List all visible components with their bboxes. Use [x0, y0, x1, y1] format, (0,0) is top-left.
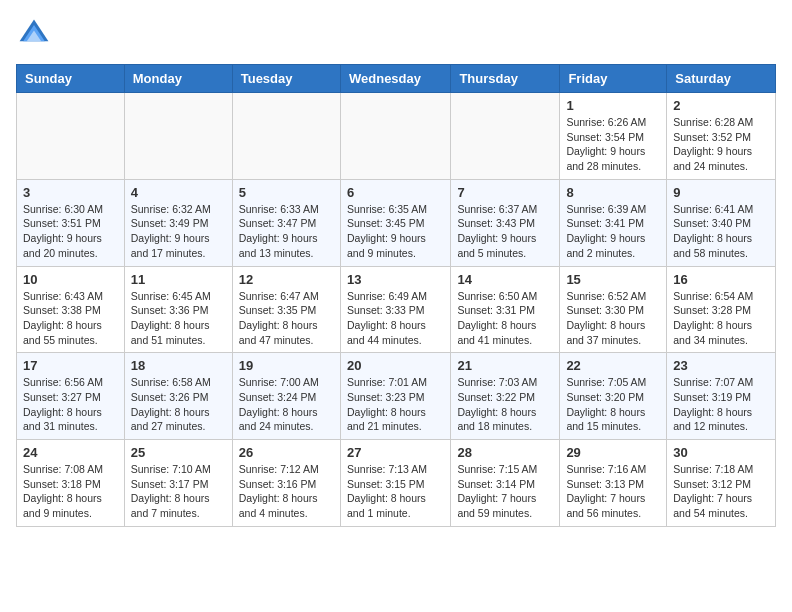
day-cell: 19Sunrise: 7:00 AM Sunset: 3:24 PM Dayli… [232, 353, 340, 440]
day-cell: 16Sunrise: 6:54 AM Sunset: 3:28 PM Dayli… [667, 266, 776, 353]
day-number: 29 [566, 445, 660, 460]
day-info: Sunrise: 6:37 AM Sunset: 3:43 PM Dayligh… [457, 202, 553, 261]
day-info: Sunrise: 7:05 AM Sunset: 3:20 PM Dayligh… [566, 375, 660, 434]
day-info: Sunrise: 6:49 AM Sunset: 3:33 PM Dayligh… [347, 289, 444, 348]
day-number: 11 [131, 272, 226, 287]
day-info: Sunrise: 6:47 AM Sunset: 3:35 PM Dayligh… [239, 289, 334, 348]
day-info: Sunrise: 6:35 AM Sunset: 3:45 PM Dayligh… [347, 202, 444, 261]
day-cell: 14Sunrise: 6:50 AM Sunset: 3:31 PM Dayli… [451, 266, 560, 353]
day-number: 1 [566, 98, 660, 113]
week-row-3: 10Sunrise: 6:43 AM Sunset: 3:38 PM Dayli… [17, 266, 776, 353]
day-cell: 21Sunrise: 7:03 AM Sunset: 3:22 PM Dayli… [451, 353, 560, 440]
day-cell: 13Sunrise: 6:49 AM Sunset: 3:33 PM Dayli… [340, 266, 450, 353]
day-cell: 29Sunrise: 7:16 AM Sunset: 3:13 PM Dayli… [560, 440, 667, 527]
column-header-saturday: Saturday [667, 65, 776, 93]
day-cell: 1Sunrise: 6:26 AM Sunset: 3:54 PM Daylig… [560, 93, 667, 180]
day-cell: 5Sunrise: 6:33 AM Sunset: 3:47 PM Daylig… [232, 179, 340, 266]
day-cell: 10Sunrise: 6:43 AM Sunset: 3:38 PM Dayli… [17, 266, 125, 353]
day-number: 26 [239, 445, 334, 460]
column-header-tuesday: Tuesday [232, 65, 340, 93]
day-cell: 18Sunrise: 6:58 AM Sunset: 3:26 PM Dayli… [124, 353, 232, 440]
day-info: Sunrise: 6:50 AM Sunset: 3:31 PM Dayligh… [457, 289, 553, 348]
day-cell: 25Sunrise: 7:10 AM Sunset: 3:17 PM Dayli… [124, 440, 232, 527]
day-cell: 2Sunrise: 6:28 AM Sunset: 3:52 PM Daylig… [667, 93, 776, 180]
day-info: Sunrise: 7:12 AM Sunset: 3:16 PM Dayligh… [239, 462, 334, 521]
day-cell: 3Sunrise: 6:30 AM Sunset: 3:51 PM Daylig… [17, 179, 125, 266]
day-number: 18 [131, 358, 226, 373]
day-cell: 15Sunrise: 6:52 AM Sunset: 3:30 PM Dayli… [560, 266, 667, 353]
day-number: 5 [239, 185, 334, 200]
day-info: Sunrise: 7:13 AM Sunset: 3:15 PM Dayligh… [347, 462, 444, 521]
day-cell: 9Sunrise: 6:41 AM Sunset: 3:40 PM Daylig… [667, 179, 776, 266]
day-info: Sunrise: 6:43 AM Sunset: 3:38 PM Dayligh… [23, 289, 118, 348]
day-info: Sunrise: 6:45 AM Sunset: 3:36 PM Dayligh… [131, 289, 226, 348]
column-header-monday: Monday [124, 65, 232, 93]
day-number: 3 [23, 185, 118, 200]
day-number: 16 [673, 272, 769, 287]
day-number: 13 [347, 272, 444, 287]
day-info: Sunrise: 7:00 AM Sunset: 3:24 PM Dayligh… [239, 375, 334, 434]
day-info: Sunrise: 6:58 AM Sunset: 3:26 PM Dayligh… [131, 375, 226, 434]
day-number: 17 [23, 358, 118, 373]
day-cell: 11Sunrise: 6:45 AM Sunset: 3:36 PM Dayli… [124, 266, 232, 353]
day-info: Sunrise: 6:52 AM Sunset: 3:30 PM Dayligh… [566, 289, 660, 348]
day-number: 14 [457, 272, 553, 287]
day-number: 10 [23, 272, 118, 287]
day-info: Sunrise: 6:26 AM Sunset: 3:54 PM Dayligh… [566, 115, 660, 174]
day-cell: 6Sunrise: 6:35 AM Sunset: 3:45 PM Daylig… [340, 179, 450, 266]
day-info: Sunrise: 7:15 AM Sunset: 3:14 PM Dayligh… [457, 462, 553, 521]
page-header [16, 16, 776, 52]
day-cell: 20Sunrise: 7:01 AM Sunset: 3:23 PM Dayli… [340, 353, 450, 440]
calendar-table: SundayMondayTuesdayWednesdayThursdayFrid… [16, 64, 776, 527]
week-row-1: 1Sunrise: 6:26 AM Sunset: 3:54 PM Daylig… [17, 93, 776, 180]
day-info: Sunrise: 6:54 AM Sunset: 3:28 PM Dayligh… [673, 289, 769, 348]
day-cell: 8Sunrise: 6:39 AM Sunset: 3:41 PM Daylig… [560, 179, 667, 266]
day-number: 12 [239, 272, 334, 287]
day-cell [124, 93, 232, 180]
day-info: Sunrise: 6:33 AM Sunset: 3:47 PM Dayligh… [239, 202, 334, 261]
day-cell: 12Sunrise: 6:47 AM Sunset: 3:35 PM Dayli… [232, 266, 340, 353]
day-cell: 28Sunrise: 7:15 AM Sunset: 3:14 PM Dayli… [451, 440, 560, 527]
day-number: 22 [566, 358, 660, 373]
logo-icon [16, 16, 52, 52]
day-number: 27 [347, 445, 444, 460]
logo [16, 16, 58, 52]
day-info: Sunrise: 6:30 AM Sunset: 3:51 PM Dayligh… [23, 202, 118, 261]
day-cell: 27Sunrise: 7:13 AM Sunset: 3:15 PM Dayli… [340, 440, 450, 527]
day-info: Sunrise: 6:41 AM Sunset: 3:40 PM Dayligh… [673, 202, 769, 261]
day-cell: 23Sunrise: 7:07 AM Sunset: 3:19 PM Dayli… [667, 353, 776, 440]
day-info: Sunrise: 7:18 AM Sunset: 3:12 PM Dayligh… [673, 462, 769, 521]
week-row-4: 17Sunrise: 6:56 AM Sunset: 3:27 PM Dayli… [17, 353, 776, 440]
day-cell: 4Sunrise: 6:32 AM Sunset: 3:49 PM Daylig… [124, 179, 232, 266]
day-info: Sunrise: 7:16 AM Sunset: 3:13 PM Dayligh… [566, 462, 660, 521]
day-number: 2 [673, 98, 769, 113]
day-cell [451, 93, 560, 180]
day-number: 8 [566, 185, 660, 200]
day-number: 23 [673, 358, 769, 373]
day-number: 4 [131, 185, 226, 200]
day-number: 15 [566, 272, 660, 287]
day-info: Sunrise: 7:07 AM Sunset: 3:19 PM Dayligh… [673, 375, 769, 434]
day-number: 19 [239, 358, 334, 373]
day-number: 21 [457, 358, 553, 373]
day-number: 6 [347, 185, 444, 200]
day-cell: 7Sunrise: 6:37 AM Sunset: 3:43 PM Daylig… [451, 179, 560, 266]
day-number: 25 [131, 445, 226, 460]
day-info: Sunrise: 6:56 AM Sunset: 3:27 PM Dayligh… [23, 375, 118, 434]
week-row-5: 24Sunrise: 7:08 AM Sunset: 3:18 PM Dayli… [17, 440, 776, 527]
column-header-wednesday: Wednesday [340, 65, 450, 93]
day-cell: 26Sunrise: 7:12 AM Sunset: 3:16 PM Dayli… [232, 440, 340, 527]
day-cell: 22Sunrise: 7:05 AM Sunset: 3:20 PM Dayli… [560, 353, 667, 440]
day-info: Sunrise: 7:03 AM Sunset: 3:22 PM Dayligh… [457, 375, 553, 434]
week-row-2: 3Sunrise: 6:30 AM Sunset: 3:51 PM Daylig… [17, 179, 776, 266]
day-cell [340, 93, 450, 180]
day-info: Sunrise: 6:28 AM Sunset: 3:52 PM Dayligh… [673, 115, 769, 174]
day-cell: 30Sunrise: 7:18 AM Sunset: 3:12 PM Dayli… [667, 440, 776, 527]
column-header-friday: Friday [560, 65, 667, 93]
day-info: Sunrise: 6:32 AM Sunset: 3:49 PM Dayligh… [131, 202, 226, 261]
column-header-sunday: Sunday [17, 65, 125, 93]
day-number: 30 [673, 445, 769, 460]
column-header-thursday: Thursday [451, 65, 560, 93]
day-number: 24 [23, 445, 118, 460]
day-number: 9 [673, 185, 769, 200]
